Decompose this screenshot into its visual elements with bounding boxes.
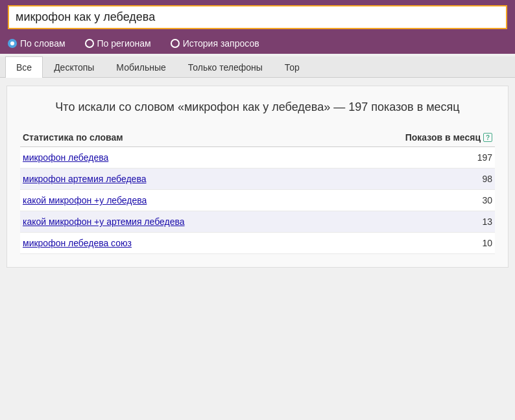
keyword-link[interactable]: микрофон лебедева союз	[23, 238, 132, 248]
keyword-cell: микрофон лебедева	[20, 147, 326, 169]
table-row: микрофон артемия лебедева98	[20, 169, 495, 190]
radio-circle-by-words	[8, 39, 17, 48]
search-input[interactable]	[8, 5, 507, 29]
keyword-link[interactable]: какой микрофон +у артемия лебедева	[23, 216, 185, 227]
table-row: микрофон лебедева союз10	[20, 233, 495, 254]
help-icon[interactable]: ?	[483, 133, 492, 142]
tab-phones-only[interactable]: Только телефоны	[177, 56, 274, 78]
tab-mobile[interactable]: Мобильные	[105, 56, 177, 78]
main-content: Что искали со словом «микрофон как у леб…	[6, 86, 509, 268]
radio-label-by-words: По словам	[20, 38, 66, 49]
search-row	[8, 5, 507, 29]
keyword-cell: микрофон артемия лебедева	[20, 169, 326, 190]
tab-all[interactable]: Все	[5, 56, 43, 78]
radio-circle-history	[171, 39, 180, 48]
main-title: Что искали со словом «микрофон как у леб…	[20, 99, 495, 115]
count-cell: 197	[326, 147, 496, 169]
tab-tor[interactable]: Тор	[274, 56, 311, 78]
col-header-count: Показов в месяц ?	[326, 128, 496, 147]
radio-label-by-regions: По регионам	[97, 38, 151, 49]
count-cell: 30	[326, 190, 496, 211]
keyword-link[interactable]: микрофон лебедева	[23, 152, 108, 163]
stats-table: Статистика по словам Показов в месяц ? м…	[20, 128, 495, 254]
radio-row: По словам По регионам История запросов	[8, 34, 507, 54]
radio-label-history: История запросов	[183, 38, 259, 49]
table-row: какой микрофон +у артемия лебедева13	[20, 211, 495, 233]
table-row: какой микрофон +у лебедева30	[20, 190, 495, 211]
radio-circle-by-regions	[85, 39, 94, 48]
keyword-link[interactable]: микрофон артемия лебедева	[23, 174, 146, 184]
radio-by-words[interactable]: По словам	[8, 38, 66, 49]
keyword-cell: микрофон лебедева союз	[20, 233, 326, 254]
tab-desktops[interactable]: Десктопы	[43, 56, 105, 78]
count-cell: 98	[326, 169, 496, 190]
keyword-link[interactable]: какой микрофон +у лебедева	[23, 195, 147, 205]
keyword-cell: какой микрофон +у лебедева	[20, 190, 326, 211]
col-header-keyword: Статистика по словам	[20, 128, 326, 147]
table-row: микрофон лебедева197	[20, 147, 495, 169]
radio-history[interactable]: История запросов	[171, 38, 259, 49]
count-cell: 13	[326, 211, 496, 233]
radio-by-regions[interactable]: По регионам	[85, 38, 151, 49]
tabs-bar: Все Десктопы Мобильные Только телефоны Т…	[0, 56, 515, 78]
keyword-cell: какой микрофон +у артемия лебедева	[20, 211, 326, 233]
count-cell: 10	[326, 233, 496, 254]
top-bar: По словам По регионам История запросов	[0, 0, 515, 54]
